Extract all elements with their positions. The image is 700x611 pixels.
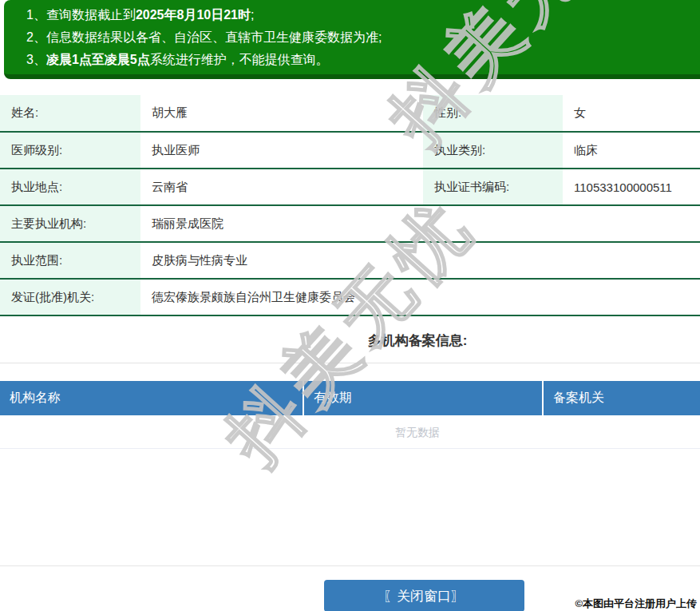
query-result-page: 1、查询数据截止到2025年8月10日21时; 2、信息数据结果以各省、自治区、… <box>0 0 700 611</box>
table-row: 发证(批准)机关: 德宏傣族景颇族自治州卫生健康委员会 <box>0 279 700 315</box>
practice-scope-label: 执业范围: <box>0 242 140 279</box>
category-value: 临床 <box>563 132 700 169</box>
level-label: 医师级别: <box>0 132 140 169</box>
divider <box>0 363 700 363</box>
notice-number: 3、 <box>26 49 46 71</box>
location-label: 执业地点: <box>0 169 140 205</box>
name-label: 姓名: <box>0 95 140 132</box>
notice-line-2: 2、信息数据结果以各省、自治区、直辖市卫生健康委数据为准; <box>26 26 700 49</box>
notice-line-1: 1、查询数据截止到2025年8月10日21时; <box>26 4 700 26</box>
multi-org-records-table: 机构名称 有效期 备案机关 <box>0 381 700 415</box>
issuing-authority-label: 发证(批准)机关: <box>0 279 140 315</box>
notice-text-bold: 凌晨1点至凌晨5点 <box>46 53 150 66</box>
practitioner-info-table: 姓名: 胡大雁 性别: 女 医师级别: 执业医师 执业类别: 临床 执业地点: … <box>0 95 700 316</box>
gender-value: 女 <box>563 95 700 132</box>
certificate-number-label: 执业证书编码: <box>423 169 563 205</box>
empty-data-placeholder: 暂无数据 <box>0 415 700 449</box>
notice-text: ; <box>251 8 254 22</box>
close-window-button[interactable]: 〖关闭窗口〗 <box>324 580 524 611</box>
main-org-value: 瑞丽景成医院 <box>140 205 700 242</box>
main-org-label: 主要执业机构: <box>0 205 140 242</box>
notice-text: 查询数据截止到 <box>46 8 136 22</box>
name-value: 胡大雁 <box>140 95 423 132</box>
notice-line-3: 3、凌晨1点至凌晨5点系统进行维护，不能提供查询。 <box>26 49 700 71</box>
notice-number: 2、 <box>26 26 46 49</box>
certificate-number-value: 110533100000511 <box>563 169 700 205</box>
table-header-row: 机构名称 有效期 备案机关 <box>0 381 700 415</box>
notice-text-bold: 2025年8月10日21时 <box>136 8 251 22</box>
notice-number: 1、 <box>26 4 46 26</box>
practice-scope-value: 皮肤病与性病专业 <box>140 242 700 279</box>
notice-text: 系统进行维护，不能提供查询。 <box>150 53 329 66</box>
notice-text: 信息数据结果以各省、自治区、直辖市卫生健康委数据为准; <box>46 30 382 44</box>
table-row: 执业地点: 云南省 执业证书编码: 110533100000511 <box>0 169 700 205</box>
column-header-record-authority: 备案机关 <box>543 381 700 415</box>
multi-org-section-title: 多机构备案信息: <box>0 332 700 350</box>
gender-label: 性别: <box>423 95 563 132</box>
table-row: 姓名: 胡大雁 性别: 女 <box>0 95 700 132</box>
column-header-validity: 有效期 <box>303 381 543 415</box>
category-label: 执业类别: <box>423 132 563 169</box>
page-content: 1、查询数据截止到2025年8月10日21时; 2、信息数据结果以各省、自治区、… <box>0 0 700 611</box>
table-row: 医师级别: 执业医师 执业类别: 临床 <box>0 132 700 169</box>
issuing-authority-value: 德宏傣族景颇族自治州卫生健康委员会 <box>140 279 700 315</box>
copyright-stamp: ©本图由平台注册用户上传 <box>575 597 697 611</box>
table-row: 执业范围: 皮肤病与性病专业 <box>0 242 700 279</box>
location-value: 云南省 <box>140 169 423 205</box>
level-value: 执业医师 <box>140 132 423 169</box>
column-header-org-name: 机构名称 <box>0 381 303 415</box>
notice-banner: 1、查询数据截止到2025年8月10日21时; 2、信息数据结果以各省、自治区、… <box>4 0 700 79</box>
table-row: 主要执业机构: 瑞丽景成医院 <box>0 205 700 242</box>
